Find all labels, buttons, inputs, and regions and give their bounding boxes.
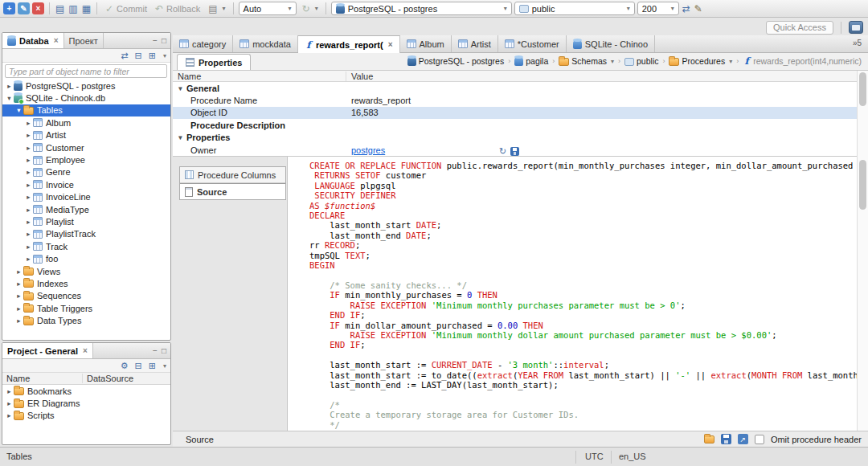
project-item[interactable]: ▸Bookmarks: [2, 385, 170, 397]
expand-arrow-icon[interactable]: ▾: [176, 84, 185, 92]
editor-tab[interactable]: Album: [400, 35, 452, 52]
expand-arrow-icon[interactable]: ▸: [24, 156, 33, 164]
expand-arrow-icon[interactable]: ▸: [24, 181, 33, 189]
open-file-icon[interactable]: [704, 435, 714, 444]
tab-projects[interactable]: Проект: [64, 33, 104, 48]
view-menu-icon[interactable]: ▾: [163, 362, 166, 370]
expand-arrow-icon[interactable]: ▸: [5, 387, 14, 395]
editor-tab[interactable]: mockdata: [233, 35, 298, 52]
column-header-name[interactable]: Name: [173, 72, 346, 81]
tree-item[interactable]: ▸Genre: [2, 166, 170, 178]
project-item[interactable]: ▸ER Diagrams: [2, 397, 170, 409]
tab-properties[interactable]: Properties: [177, 54, 251, 70]
tree-item[interactable]: ▸Sequences: [2, 290, 170, 302]
close-icon[interactable]: ×: [388, 40, 393, 49]
source-code-viewer[interactable]: CREATE OR REPLACE FUNCTION public.reward…: [287, 157, 857, 431]
caret-down-icon[interactable]: ▾: [729, 58, 732, 65]
expand-arrow-icon[interactable]: ▸: [24, 131, 33, 139]
property-value[interactable]: postgres: [351, 145, 385, 155]
column-header-value[interactable]: Value: [346, 72, 373, 81]
tab-database-navigator[interactable]: Databa ×: [2, 33, 64, 48]
property-row[interactable]: Procedure Namerewards_report: [173, 94, 857, 106]
expand-arrow-icon[interactable]: ▸: [5, 399, 14, 407]
editor-tab[interactable]: category: [173, 35, 233, 52]
tree-item[interactable]: ▸PlaylistTrack: [2, 228, 170, 240]
expand-arrow-icon[interactable]: ▸: [14, 268, 23, 276]
settings-gear-icon[interactable]: ⚙: [120, 360, 129, 371]
editor-tab[interactable]: Artist: [452, 35, 498, 52]
close-icon[interactable]: ×: [83, 346, 88, 355]
tree-item[interactable]: ▸Table Triggers: [2, 302, 170, 314]
expand-arrow-icon[interactable]: ▸: [5, 411, 14, 419]
collapse-all-icon[interactable]: ⊟: [134, 360, 143, 371]
refresh-source-icon[interactable]: ↻: [498, 145, 507, 157]
refresh-button[interactable]: ↻▾: [299, 3, 321, 14]
minimize-icon[interactable]: −: [153, 346, 158, 355]
tree-item[interactable]: ▸Playlist: [2, 215, 170, 227]
source-scrollbar[interactable]: [857, 157, 868, 431]
subtab-source[interactable]: Source: [180, 183, 285, 199]
tree-item[interactable]: ▸Artist: [2, 129, 170, 141]
breadcrumb-item[interactable]: Schemas▾: [557, 55, 616, 67]
breadcrumb-item[interactable]: Procedures▾: [667, 55, 734, 67]
view-menu-icon[interactable]: ▾: [163, 52, 166, 59]
rollback-button[interactable]: ↶Rollback: [152, 3, 203, 14]
open-sql-script-icon[interactable]: ▦: [81, 3, 92, 14]
tree-item[interactable]: ▸Views: [2, 265, 170, 277]
subtab-procedure-columns[interactable]: Procedure Columns: [180, 167, 285, 183]
expand-arrow-icon[interactable]: ▸: [14, 292, 23, 300]
navigate-object-icon[interactable]: ⇄: [682, 3, 691, 14]
transaction-mode-combo[interactable]: Auto▾: [239, 2, 297, 15]
caret-down-icon[interactable]: ▾: [611, 58, 614, 65]
tree-item[interactable]: ▸InvoiceLine: [2, 191, 170, 203]
properties-scrollbar[interactable]: [857, 71, 868, 157]
tree-item[interactable]: ▾Tables: [2, 104, 170, 117]
collapse-all-icon[interactable]: ⊟: [134, 50, 143, 61]
tree-item[interactable]: ▸Album: [2, 117, 170, 129]
property-row[interactable]: ▾General: [173, 82, 857, 94]
expand-arrow-icon[interactable]: ▸: [5, 82, 14, 90]
expand-arrow-icon[interactable]: ▸: [24, 193, 33, 201]
status-timezone[interactable]: UTC: [585, 452, 604, 461]
scrollbar-thumb[interactable]: [859, 160, 866, 210]
project-item[interactable]: ▸Scripts: [2, 410, 170, 422]
expand-all-icon[interactable]: ⊞: [148, 360, 157, 371]
quick-access-button[interactable]: Quick Access: [766, 21, 833, 35]
property-row[interactable]: Object ID16,583: [173, 107, 857, 119]
minimize-icon[interactable]: −: [153, 36, 158, 45]
expand-arrow-icon[interactable]: ▸: [24, 243, 33, 251]
property-row[interactable]: ▾Properties: [173, 132, 857, 144]
tree-item[interactable]: ▸Employee: [2, 153, 170, 166]
commit-button[interactable]: ✓Commit: [102, 3, 149, 14]
export-icon[interactable]: ↗: [738, 434, 748, 444]
tab-project-general[interactable]: Project - General ×: [2, 343, 93, 358]
tree-item[interactable]: ▸Track: [2, 240, 170, 252]
edit-connection-icon[interactable]: ✎: [18, 2, 30, 14]
expand-arrow-icon[interactable]: ▾: [176, 133, 185, 141]
maximize-icon[interactable]: □: [162, 36, 166, 45]
breadcrumb-item[interactable]: pagila: [513, 55, 550, 67]
expand-arrow-icon[interactable]: ▸: [14, 317, 23, 325]
tree-item[interactable]: ▸foo: [2, 252, 170, 264]
property-row[interactable]: Procedure Description: [173, 119, 857, 131]
tree-item[interactable]: ▾SQLite - Chinook.db: [2, 92, 170, 104]
tab-overflow-indicator[interactable]: »5: [848, 39, 866, 47]
expand-arrow-icon[interactable]: ▸: [24, 218, 33, 226]
link-with-editor-icon[interactable]: ⇄: [120, 50, 129, 61]
column-header-name[interactable]: Name: [2, 374, 83, 383]
expand-arrow-icon[interactable]: ▸: [14, 305, 23, 313]
status-locale[interactable]: en_US: [619, 452, 646, 461]
scrollbar-thumb[interactable]: [859, 72, 866, 106]
editor-tab[interactable]: *Customer: [498, 35, 567, 52]
object-filter-input[interactable]: [5, 64, 167, 78]
expand-arrow-icon[interactable]: ▸: [14, 280, 23, 288]
expand-arrow-icon[interactable]: ▾: [5, 94, 14, 102]
expand-arrow-icon[interactable]: ▾: [14, 106, 23, 114]
breadcrumb-item[interactable]: frewards_report(int4,numeric): [741, 55, 863, 67]
editor-tab[interactable]: SQLite - Chinoo: [567, 35, 655, 52]
new-sql-editor-icon[interactable]: ▥: [68, 3, 78, 14]
tree-item[interactable]: ▸Data Types: [2, 314, 170, 326]
tree-item[interactable]: ▸Indexes: [2, 277, 170, 289]
column-header-datasource[interactable]: DataSource: [83, 374, 133, 383]
tree-item[interactable]: ▸Invoice: [2, 178, 170, 190]
